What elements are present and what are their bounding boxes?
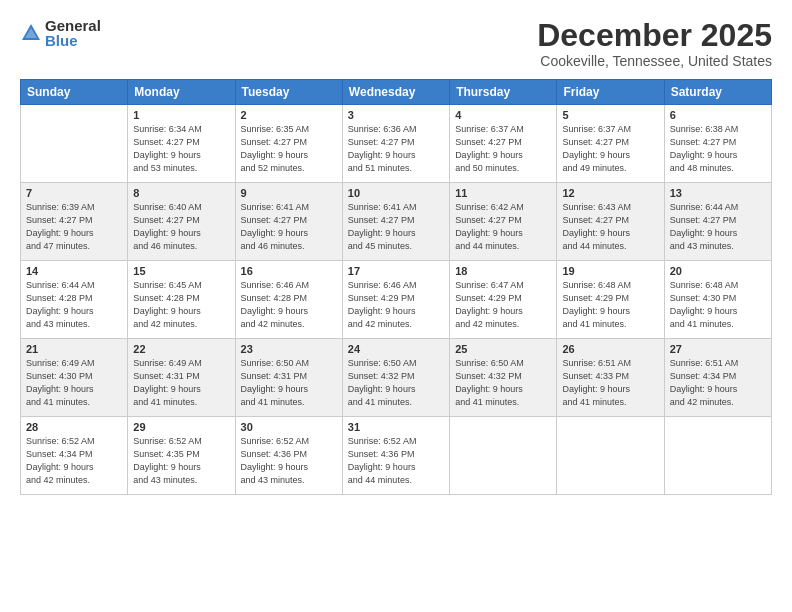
day-number: 10 — [348, 187, 444, 199]
day-info: Sunrise: 6:49 AM Sunset: 4:30 PM Dayligh… — [26, 357, 122, 409]
day-number: 6 — [670, 109, 766, 121]
day-info: Sunrise: 6:52 AM Sunset: 4:35 PM Dayligh… — [133, 435, 229, 487]
day-number: 22 — [133, 343, 229, 355]
day-number: 31 — [348, 421, 444, 433]
day-number: 7 — [26, 187, 122, 199]
calendar-cell: 29Sunrise: 6:52 AM Sunset: 4:35 PM Dayli… — [128, 417, 235, 495]
calendar-cell — [664, 417, 771, 495]
day-number: 16 — [241, 265, 337, 277]
day-info: Sunrise: 6:37 AM Sunset: 4:27 PM Dayligh… — [455, 123, 551, 175]
day-info: Sunrise: 6:52 AM Sunset: 4:36 PM Dayligh… — [241, 435, 337, 487]
day-info: Sunrise: 6:45 AM Sunset: 4:28 PM Dayligh… — [133, 279, 229, 331]
calendar-cell: 11Sunrise: 6:42 AM Sunset: 4:27 PM Dayli… — [450, 183, 557, 261]
calendar-cell: 4Sunrise: 6:37 AM Sunset: 4:27 PM Daylig… — [450, 105, 557, 183]
day-number: 25 — [455, 343, 551, 355]
calendar-week-row: 7Sunrise: 6:39 AM Sunset: 4:27 PM Daylig… — [21, 183, 772, 261]
calendar-cell: 28Sunrise: 6:52 AM Sunset: 4:34 PM Dayli… — [21, 417, 128, 495]
calendar-cell: 14Sunrise: 6:44 AM Sunset: 4:28 PM Dayli… — [21, 261, 128, 339]
calendar-header-sunday: Sunday — [21, 80, 128, 105]
calendar-cell: 26Sunrise: 6:51 AM Sunset: 4:33 PM Dayli… — [557, 339, 664, 417]
day-number: 26 — [562, 343, 658, 355]
day-info: Sunrise: 6:50 AM Sunset: 4:32 PM Dayligh… — [455, 357, 551, 409]
day-number: 18 — [455, 265, 551, 277]
day-info: Sunrise: 6:41 AM Sunset: 4:27 PM Dayligh… — [348, 201, 444, 253]
calendar-cell: 10Sunrise: 6:41 AM Sunset: 4:27 PM Dayli… — [342, 183, 449, 261]
day-number: 1 — [133, 109, 229, 121]
calendar-cell: 22Sunrise: 6:49 AM Sunset: 4:31 PM Dayli… — [128, 339, 235, 417]
calendar-cell: 30Sunrise: 6:52 AM Sunset: 4:36 PM Dayli… — [235, 417, 342, 495]
calendar-cell: 17Sunrise: 6:46 AM Sunset: 4:29 PM Dayli… — [342, 261, 449, 339]
day-number: 8 — [133, 187, 229, 199]
day-number: 29 — [133, 421, 229, 433]
day-number: 5 — [562, 109, 658, 121]
day-number: 13 — [670, 187, 766, 199]
calendar-cell: 15Sunrise: 6:45 AM Sunset: 4:28 PM Dayli… — [128, 261, 235, 339]
day-number: 3 — [348, 109, 444, 121]
calendar-cell: 8Sunrise: 6:40 AM Sunset: 4:27 PM Daylig… — [128, 183, 235, 261]
logo-text: General Blue — [45, 18, 101, 48]
calendar-header-saturday: Saturday — [664, 80, 771, 105]
day-info: Sunrise: 6:44 AM Sunset: 4:28 PM Dayligh… — [26, 279, 122, 331]
day-number: 12 — [562, 187, 658, 199]
calendar-cell: 25Sunrise: 6:50 AM Sunset: 4:32 PM Dayli… — [450, 339, 557, 417]
day-info: Sunrise: 6:47 AM Sunset: 4:29 PM Dayligh… — [455, 279, 551, 331]
calendar-cell: 16Sunrise: 6:46 AM Sunset: 4:28 PM Dayli… — [235, 261, 342, 339]
day-number: 17 — [348, 265, 444, 277]
logo-general: General — [45, 18, 101, 33]
day-info: Sunrise: 6:43 AM Sunset: 4:27 PM Dayligh… — [562, 201, 658, 253]
day-info: Sunrise: 6:40 AM Sunset: 4:27 PM Dayligh… — [133, 201, 229, 253]
calendar-cell: 13Sunrise: 6:44 AM Sunset: 4:27 PM Dayli… — [664, 183, 771, 261]
day-info: Sunrise: 6:48 AM Sunset: 4:30 PM Dayligh… — [670, 279, 766, 331]
calendar-cell: 20Sunrise: 6:48 AM Sunset: 4:30 PM Dayli… — [664, 261, 771, 339]
day-number: 19 — [562, 265, 658, 277]
day-number: 30 — [241, 421, 337, 433]
calendar-cell: 24Sunrise: 6:50 AM Sunset: 4:32 PM Dayli… — [342, 339, 449, 417]
calendar-header-friday: Friday — [557, 80, 664, 105]
calendar-header-wednesday: Wednesday — [342, 80, 449, 105]
calendar-cell: 19Sunrise: 6:48 AM Sunset: 4:29 PM Dayli… — [557, 261, 664, 339]
day-number: 4 — [455, 109, 551, 121]
calendar-cell: 23Sunrise: 6:50 AM Sunset: 4:31 PM Dayli… — [235, 339, 342, 417]
day-info: Sunrise: 6:35 AM Sunset: 4:27 PM Dayligh… — [241, 123, 337, 175]
day-number: 24 — [348, 343, 444, 355]
calendar-cell: 7Sunrise: 6:39 AM Sunset: 4:27 PM Daylig… — [21, 183, 128, 261]
day-info: Sunrise: 6:50 AM Sunset: 4:31 PM Dayligh… — [241, 357, 337, 409]
day-info: Sunrise: 6:50 AM Sunset: 4:32 PM Dayligh… — [348, 357, 444, 409]
day-info: Sunrise: 6:51 AM Sunset: 4:33 PM Dayligh… — [562, 357, 658, 409]
calendar-cell: 18Sunrise: 6:47 AM Sunset: 4:29 PM Dayli… — [450, 261, 557, 339]
day-info: Sunrise: 6:34 AM Sunset: 4:27 PM Dayligh… — [133, 123, 229, 175]
logo: General Blue — [20, 18, 101, 48]
title-block: December 2025 Cookeville, Tennessee, Uni… — [537, 18, 772, 69]
day-number: 11 — [455, 187, 551, 199]
calendar-cell: 12Sunrise: 6:43 AM Sunset: 4:27 PM Dayli… — [557, 183, 664, 261]
main-title: December 2025 — [537, 18, 772, 53]
header: General Blue December 2025 Cookeville, T… — [20, 18, 772, 69]
day-number: 21 — [26, 343, 122, 355]
day-number: 14 — [26, 265, 122, 277]
calendar-week-row: 1Sunrise: 6:34 AM Sunset: 4:27 PM Daylig… — [21, 105, 772, 183]
day-info: Sunrise: 6:46 AM Sunset: 4:28 PM Dayligh… — [241, 279, 337, 331]
subtitle: Cookeville, Tennessee, United States — [537, 53, 772, 69]
day-number: 20 — [670, 265, 766, 277]
calendar-cell: 9Sunrise: 6:41 AM Sunset: 4:27 PM Daylig… — [235, 183, 342, 261]
calendar-cell: 6Sunrise: 6:38 AM Sunset: 4:27 PM Daylig… — [664, 105, 771, 183]
day-info: Sunrise: 6:49 AM Sunset: 4:31 PM Dayligh… — [133, 357, 229, 409]
calendar-cell — [21, 105, 128, 183]
day-info: Sunrise: 6:41 AM Sunset: 4:27 PM Dayligh… — [241, 201, 337, 253]
day-info: Sunrise: 6:46 AM Sunset: 4:29 PM Dayligh… — [348, 279, 444, 331]
day-number: 23 — [241, 343, 337, 355]
day-info: Sunrise: 6:52 AM Sunset: 4:36 PM Dayligh… — [348, 435, 444, 487]
calendar-header-tuesday: Tuesday — [235, 80, 342, 105]
day-info: Sunrise: 6:36 AM Sunset: 4:27 PM Dayligh… — [348, 123, 444, 175]
calendar-week-row: 14Sunrise: 6:44 AM Sunset: 4:28 PM Dayli… — [21, 261, 772, 339]
calendar-cell: 1Sunrise: 6:34 AM Sunset: 4:27 PM Daylig… — [128, 105, 235, 183]
calendar-cell: 2Sunrise: 6:35 AM Sunset: 4:27 PM Daylig… — [235, 105, 342, 183]
day-info: Sunrise: 6:39 AM Sunset: 4:27 PM Dayligh… — [26, 201, 122, 253]
day-info: Sunrise: 6:38 AM Sunset: 4:27 PM Dayligh… — [670, 123, 766, 175]
day-number: 9 — [241, 187, 337, 199]
day-info: Sunrise: 6:51 AM Sunset: 4:34 PM Dayligh… — [670, 357, 766, 409]
logo-blue: Blue — [45, 33, 101, 48]
page: General Blue December 2025 Cookeville, T… — [0, 0, 792, 612]
calendar-header-thursday: Thursday — [450, 80, 557, 105]
calendar-table: SundayMondayTuesdayWednesdayThursdayFrid… — [20, 79, 772, 495]
